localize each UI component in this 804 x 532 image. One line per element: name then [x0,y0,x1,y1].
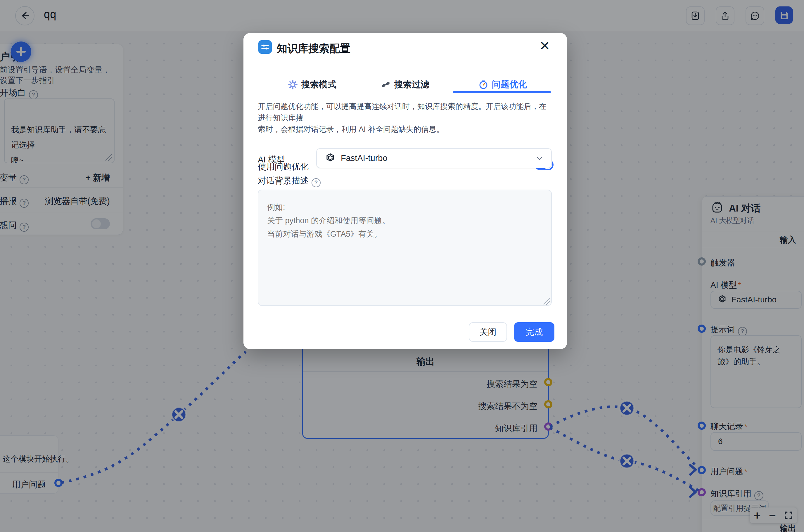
gear-icon [288,80,298,90]
sliders-icon [258,40,272,54]
feature-description: 开启问题优化功能，可以提高提高连续对话时，知识库搜索的精度。开启该功能后，在进行… [258,101,553,135]
background-desc-textarea[interactable] [258,190,552,306]
ai-model-value: FastAI-turbo [341,153,388,163]
tab-question-optimize[interactable]: 问题优化 [479,79,527,91]
modal-close-button[interactable]: 关闭 [469,322,507,342]
openai-icon [324,152,336,164]
close-icon[interactable]: ✕ [539,39,550,52]
ai-model-select[interactable]: FastAI-turbo [316,148,552,168]
resize-handle-icon[interactable] [544,298,550,305]
background-desc-label: 对话背景描述? [258,175,321,187]
modal-title: 知识库搜索配置 [277,41,351,56]
chevron-down-icon [536,154,544,163]
help-icon: ? [312,178,321,187]
modal-done-button[interactable]: 完成 [514,322,555,342]
ai-model-label: AI 模型 [258,154,285,166]
tab-search-filter[interactable]: 搜索过滤 [381,79,429,91]
kb-search-config-modal: 知识库搜索配置 ✕ 搜索模式 搜索过滤 问题优化 开启问题优化功能，可以提高提高… [243,33,567,349]
active-tab-underline [453,91,551,93]
clock-icon [479,80,488,90]
plug-filter-icon [381,80,391,90]
tab-search-mode[interactable]: 搜索模式 [288,79,336,91]
